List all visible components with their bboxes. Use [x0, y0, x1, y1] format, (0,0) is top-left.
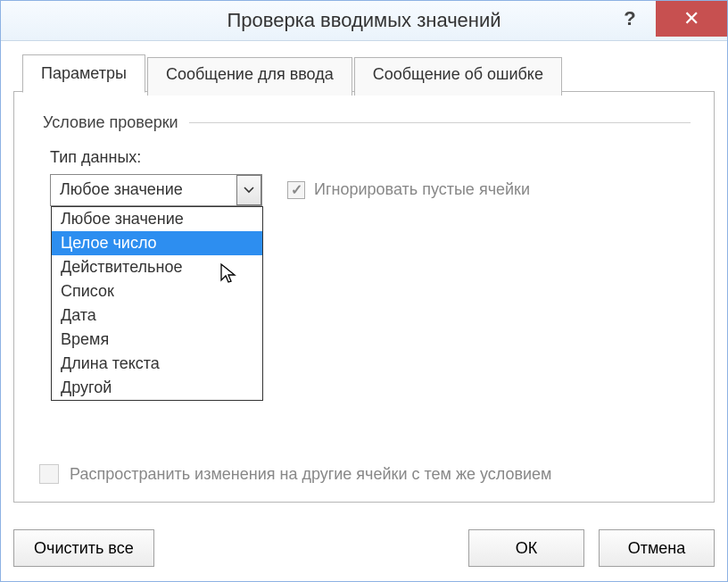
dialog-body: Параметры Сообщение для ввода Сообщение …	[1, 41, 727, 581]
close-button[interactable]: ✕	[656, 1, 727, 37]
groupbox-title: Условие проверки	[37, 113, 184, 132]
button-bar-right: ОК Отмена	[468, 529, 715, 567]
ignore-blank-label: Игнорировать пустые ячейки	[314, 180, 530, 199]
ok-button[interactable]: ОК	[468, 529, 584, 567]
combobox-dropdown-button[interactable]	[236, 175, 261, 205]
titlebar-controls: ? ✕	[604, 1, 727, 44]
groupbox-header: Условие проверки	[37, 113, 691, 132]
tab-panel-parameters: Условие проверки Тип данных: Любое значе…	[13, 91, 715, 503]
combobox-selected-text: Любое значение	[51, 180, 236, 199]
clear-all-button[interactable]: Очистить все	[13, 529, 154, 567]
dropdown-option[interactable]: Другой	[52, 376, 262, 400]
dropdown-option[interactable]: Дата	[52, 303, 262, 328]
tab-label: Параметры	[41, 64, 127, 82]
ignore-blank-row: Игнорировать пустые ячейки	[287, 180, 530, 199]
tab-strip: Параметры Сообщение для ввода Сообщение …	[13, 54, 715, 91]
button-label: Очистить все	[34, 539, 134, 557]
help-button[interactable]: ?	[604, 1, 656, 37]
titlebar: Проверка вводимых значений ? ✕	[1, 1, 727, 41]
propagate-row: Распространить изменения на другие ячейк…	[39, 464, 551, 484]
tab-input-message[interactable]: Сообщение для ввода	[147, 57, 352, 96]
tab-label: Сообщение для ввода	[166, 65, 334, 83]
dropdown-option[interactable]: Целое число	[52, 231, 262, 255]
tab-label: Сообщение об ошибке	[373, 65, 543, 83]
dropdown-option[interactable]: Время	[52, 328, 262, 352]
data-type-label: Тип данных:	[50, 148, 691, 167]
data-type-dropdown-list: Любое значение Целое число Действительно…	[51, 206, 263, 401]
propagate-checkbox[interactable]	[39, 464, 59, 484]
help-icon: ?	[624, 7, 635, 30]
tab-parameters[interactable]: Параметры	[22, 54, 145, 93]
dropdown-option[interactable]: Длина текста	[52, 352, 262, 376]
groupbox-divider	[189, 122, 691, 123]
button-label: ОК	[516, 539, 538, 557]
chevron-down-icon	[244, 187, 254, 194]
button-label: Отмена	[628, 539, 686, 557]
data-validation-dialog: Проверка вводимых значений ? ✕ Параметры…	[0, 0, 728, 582]
data-type-combobox[interactable]: Любое значение Любое значение Целое числ…	[50, 174, 262, 206]
data-type-row: Любое значение Любое значение Целое числ…	[50, 174, 691, 206]
main-content: Параметры Сообщение для ввода Сообщение …	[13, 54, 715, 503]
tab-error-alert[interactable]: Сообщение об ошибке	[354, 57, 562, 96]
ignore-blank-checkbox[interactable]	[287, 181, 305, 199]
cancel-button[interactable]: Отмена	[599, 529, 715, 567]
dropdown-option[interactable]: Любое значение	[52, 207, 262, 231]
dropdown-option[interactable]: Список	[52, 279, 262, 303]
button-bar: Очистить все ОК Отмена	[1, 515, 727, 581]
dropdown-option[interactable]: Действительное	[52, 255, 262, 279]
propagate-label: Распространить изменения на другие ячейк…	[70, 465, 551, 484]
close-icon: ✕	[683, 7, 699, 30]
